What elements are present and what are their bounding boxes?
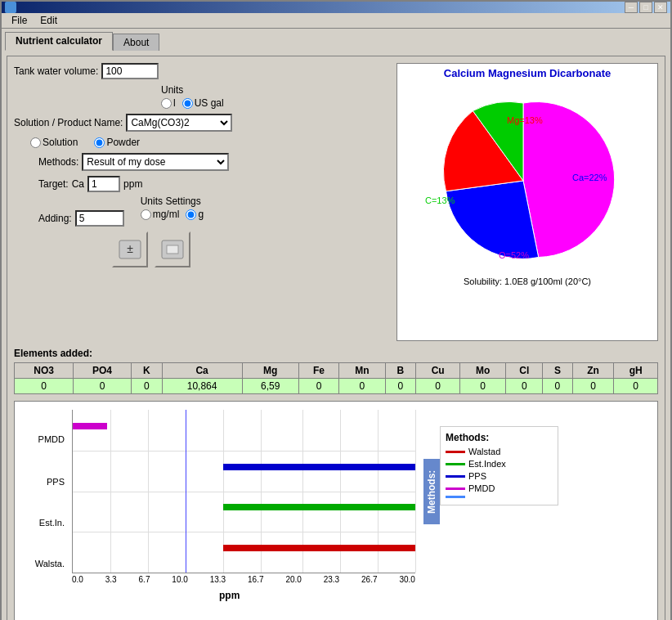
tab-about[interactable]: About (113, 34, 159, 51)
menu-file[interactable]: File (5, 13, 34, 28)
powder-radio-text: Powder (106, 137, 140, 148)
col-fe: Fe (298, 363, 338, 379)
solubility-text: Solubility: 1.0E8 g/100ml (20°C) (401, 276, 654, 286)
target-row: Target: Ca ppm (14, 176, 390, 192)
val-no3: 0 (15, 379, 74, 394)
main-layout: Tank water volume: Units l (14, 63, 658, 341)
solution-select[interactable]: CaMg(CO3)2 (126, 114, 232, 132)
val-mo: 0 (459, 379, 505, 394)
mg-ml-label[interactable]: mg/ml (141, 209, 180, 220)
legend-pmdd-label: PMDD (468, 483, 495, 493)
col-k: K (131, 363, 162, 379)
minimize-button[interactable]: ─ (625, 2, 638, 13)
x-label-2: 6.7 (139, 575, 150, 584)
tabs-bar: Nutrient calculator About (2, 29, 670, 51)
mg-ml-radio[interactable] (141, 209, 151, 220)
units-radio-group: l US gal (161, 97, 224, 109)
bar-pmdd (73, 423, 107, 429)
x-label-3: 10.0 (172, 575, 187, 584)
units-label: Units (161, 84, 183, 96)
pie-container: Ca=22% Mg=13% C=13% O=52% (401, 83, 654, 273)
solution-label: Solution / Product Name: (14, 117, 123, 128)
x-label-9: 30.0 (399, 575, 414, 584)
bar-estindex (223, 504, 415, 510)
title-bar-left (5, 2, 20, 13)
val-cu: 0 (416, 379, 460, 394)
legend-estindex-color (446, 463, 465, 465)
pie-chart: Ca=22% Mg=13% C=13% O=52% (401, 83, 646, 271)
powder-radio[interactable] (94, 137, 105, 148)
adding-row: Adding: (14, 210, 124, 227)
unit-settings-radio-group: mg/ml g (141, 209, 204, 220)
col-po4: PO4 (74, 363, 132, 379)
units-l-text: l (173, 97, 176, 109)
units-l-label[interactable]: l (161, 97, 176, 109)
target-input[interactable] (87, 176, 120, 192)
val-b: 0 (385, 379, 416, 394)
close-button[interactable]: ✕ (654, 2, 667, 13)
content-area: Tank water volume: Units l (2, 51, 670, 620)
units-gal-radio[interactable] (182, 98, 193, 109)
val-zn: 0 (572, 379, 614, 394)
tab-nutrient-calculator[interactable]: Nutrient calculator (5, 32, 113, 51)
col-mo: Mo (459, 363, 505, 379)
chart-legend: Methods: Walstad Est.Index PPS (440, 426, 558, 505)
units-gal-label[interactable]: US gal (182, 97, 224, 109)
y-label-walstad: Walsta. (35, 559, 65, 568)
legend-walstad-color (446, 451, 465, 453)
val-mn: 0 (339, 379, 385, 394)
legend-walstad-label: Walstad (468, 447, 500, 456)
chart-plot-wrapper: PMDD PPS Est.In. Walsta. (23, 410, 440, 620)
g-text: g (198, 209, 204, 220)
solution-row: Solution / Product Name: CaMg(CO3)2 (14, 114, 390, 132)
svg-text:±: ± (127, 242, 133, 255)
pie-title: Calcium Magnesium Dicarbonate (401, 67, 654, 79)
units-l-radio[interactable] (161, 98, 172, 109)
chart-inner: PMDD PPS Est.In. Walsta. (23, 410, 649, 620)
main-window: ─ □ ✕ File Edit Nutrient calculator Abou… (0, 0, 672, 620)
table-header-row: NO3 PO4 K Ca Mg Fe Mn B Cu Mo Cl S (15, 363, 658, 379)
right-panel: Calcium Magnesium Dicarbonate (396, 63, 658, 341)
g-label[interactable]: g (186, 209, 204, 220)
powder-radio-label[interactable]: Powder (94, 137, 140, 148)
solution-radio-label[interactable]: Solution (30, 137, 78, 148)
calculate-button[interactable]: ± (112, 231, 148, 267)
val-mg: 6,59 (242, 379, 298, 394)
bar-pps (223, 464, 415, 470)
solution-radio[interactable] (30, 137, 41, 148)
elements-table: NO3 PO4 K Ca Mg Fe Mn B Cu Mo Cl S (14, 362, 658, 394)
legend-title: Methods: (446, 432, 553, 443)
menu-edit[interactable]: Edit (34, 13, 64, 28)
col-s: S (543, 363, 572, 379)
val-s: 0 (543, 379, 572, 394)
val-ca: 10,864 (162, 379, 242, 394)
col-b: B (385, 363, 416, 379)
x-label-6: 20.0 (285, 575, 301, 584)
y-label-estin: Est.In. (39, 518, 65, 528)
val-fe: 0 (298, 379, 338, 394)
solution-radio-text: Solution (43, 137, 78, 148)
methods-select[interactable]: Result of my dose (82, 153, 229, 171)
maximize-button[interactable]: □ (639, 2, 652, 13)
tank-volume-input[interactable] (101, 63, 159, 79)
units-row: Units l US gal (161, 84, 390, 109)
col-ca: Ca (162, 363, 242, 379)
col-cu: Cu (416, 363, 460, 379)
x-label-1: 3.3 (105, 575, 117, 584)
adding-input[interactable] (75, 210, 124, 227)
methods-label: Methods: (38, 156, 78, 168)
menu-bar: File Edit (2, 13, 670, 29)
x-axis-labels: 0.0 3.3 6.7 10.0 13.3 16.7 20.0 23.3 26.… (72, 575, 415, 584)
x-label-5: 16.7 (248, 575, 263, 584)
reset-button[interactable] (155, 231, 190, 267)
units-gal-text: US gal (195, 97, 224, 109)
x-axis-title: ppm (219, 590, 240, 601)
col-no3: NO3 (15, 363, 74, 379)
legend-extra-color (446, 496, 465, 498)
pie-ca-label: Ca=22% (572, 173, 607, 182)
x-label-7: 23.3 (324, 575, 339, 584)
target-unit: ppm (123, 178, 142, 190)
target-label: Target: (38, 178, 69, 190)
pie-o-label: O=52% (499, 250, 529, 260)
g-radio[interactable] (186, 209, 196, 220)
